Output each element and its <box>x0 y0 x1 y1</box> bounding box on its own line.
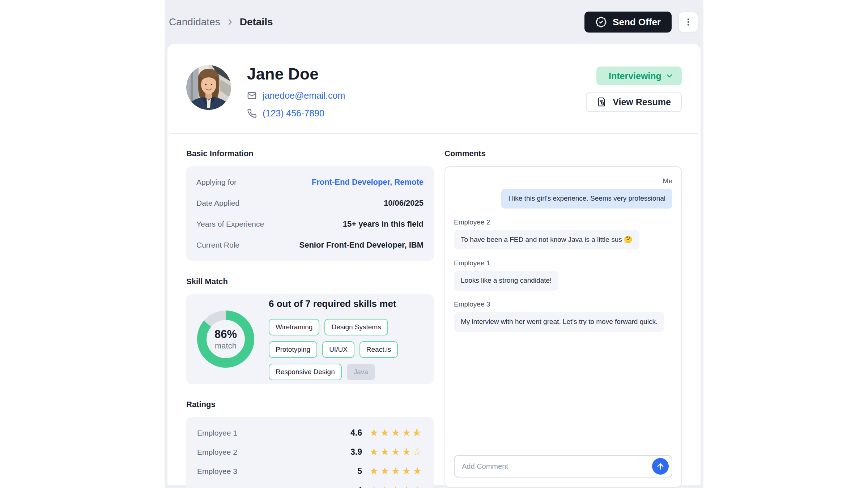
star-empty-icon: ☆ <box>412 485 423 488</box>
send-offer-button[interactable]: Send Offer <box>584 12 672 33</box>
info-row: Applying forFront-End Developer, Remote <box>196 172 424 193</box>
star-full-icon: ★ <box>412 466 423 476</box>
arrow-up-icon <box>656 462 665 471</box>
rating-row: Me4★★★★☆ <box>197 481 423 488</box>
rating-value: 3.9 <box>350 447 362 457</box>
profile-actions: Interviewing View Resume <box>586 65 682 112</box>
info-value: 10/06/2025 <box>384 198 424 208</box>
donut-center-label: 86% match <box>197 311 254 368</box>
skill-chip: Design Systems <box>324 319 388 335</box>
breadcrumb-details: Details <box>240 16 273 28</box>
add-comment-bar <box>454 455 672 478</box>
add-comment-input[interactable] <box>455 462 652 471</box>
email-link[interactable]: janedoe@email.com <box>263 90 345 101</box>
status-label: Interviewing <box>609 71 661 81</box>
basic-information-section: Basic Information Applying forFront-End … <box>186 149 434 261</box>
star-full-icon: ★ <box>390 447 401 457</box>
star-full-icon: ★ <box>369 447 379 457</box>
phone-row: (123) 456-7890 <box>247 108 345 119</box>
rating-row: Employee 14.6★★★★☆★ <box>197 423 423 442</box>
candidate-detail-card: Jane Doe janedoe@email.com (123) 456-789… <box>167 44 701 485</box>
star-rating: ★★★★☆ <box>369 485 423 488</box>
comment-bubble: Looks like a strong candidate! <box>454 271 558 291</box>
star-full-icon: ★ <box>379 466 390 476</box>
star-full-icon: ★ <box>390 485 401 488</box>
status-dropdown[interactable]: Interviewing <box>596 67 682 85</box>
skill-chip: Prototyping <box>269 341 317 358</box>
basic-information-title: Basic Information <box>186 149 434 158</box>
comment-author: Employee 2 <box>454 218 672 226</box>
star-half-fill: ★ <box>412 428 418 438</box>
chevron-right-icon <box>226 18 234 26</box>
ratings-section: Ratings Employee 14.6★★★★☆★Employee 23.9… <box>186 400 434 488</box>
comment-author: Me <box>454 177 672 185</box>
match-caption: match <box>215 341 237 351</box>
comment-message: MeI like this girl’s experience. Seems v… <box>454 177 672 209</box>
badge-check-icon <box>595 16 607 28</box>
star-full-icon: ★ <box>390 428 401 438</box>
info-row: Current RoleSenior Front-End Developer, … <box>196 235 424 256</box>
left-column: Basic Information Applying forFront-End … <box>186 149 434 488</box>
topbar-actions: Send Offer <box>584 12 698 33</box>
comment-message: Employee 3My interview with her went gre… <box>454 300 672 332</box>
star-full-icon: ★ <box>369 428 379 438</box>
match-percent: 86% <box>214 328 237 341</box>
comment-bubble-row: Looks like a strong candidate! <box>454 271 672 291</box>
star-full-icon: ★ <box>379 447 390 457</box>
email-row: janedoe@email.com <box>247 90 345 101</box>
ratings-title: Ratings <box>186 400 434 409</box>
header-divider <box>170 133 698 134</box>
comment-bubble: My interview with her went great. Let's … <box>454 312 664 332</box>
info-label: Date Applied <box>196 199 239 207</box>
skill-chip: UI/UX <box>322 341 354 358</box>
skill-chips: WireframingDesign SystemsPrototypingUI/U… <box>269 319 423 380</box>
rating-name: Me <box>197 486 208 488</box>
view-resume-button[interactable]: View Resume <box>586 92 682 112</box>
comment-message: Employee 1Looks like a strong candidate! <box>454 259 672 291</box>
comment-bubble-row: I like this girl’s experience. Seems ver… <box>454 189 672 209</box>
rating-value: 5 <box>357 466 362 476</box>
rating-row: Employee 23.9★★★★☆ <box>197 442 423 462</box>
info-value: 15+ years in this field <box>343 219 424 229</box>
chevron-down-icon <box>665 72 674 80</box>
profile-header: Jane Doe janedoe@email.com (123) 456-789… <box>186 65 682 119</box>
skill-chip: React.is <box>359 341 398 358</box>
send-offer-label: Send Offer <box>613 17 661 28</box>
basic-information-panel: Applying forFront-End Developer, RemoteD… <box>186 166 434 261</box>
star-full-icon: ★ <box>401 466 412 476</box>
star-empty-icon: ☆ <box>412 447 423 457</box>
candidate-name: Jane Doe <box>247 65 345 83</box>
submit-comment-button[interactable] <box>652 458 669 475</box>
file-search-icon <box>597 97 607 107</box>
breadcrumb: Candidates Details <box>169 16 273 28</box>
skill-chip: Java <box>347 364 375 380</box>
phone-link[interactable]: (123) 456-7890 <box>263 108 324 119</box>
ratings-panel: Employee 14.6★★★★☆★Employee 23.9★★★★☆Emp… <box>186 417 434 488</box>
comment-bubble: I like this girl’s experience. Seems ver… <box>501 189 672 209</box>
phone-icon <box>247 108 257 118</box>
breadcrumb-candidates[interactable]: Candidates <box>169 16 220 28</box>
comment-bubble: To have been a FED and not know Java is … <box>454 230 639 250</box>
comments-title: Comments <box>444 149 682 158</box>
skill-match-section: Skill Match 86% match <box>186 277 434 384</box>
info-label: Years of Experience <box>196 220 264 228</box>
comment-bubble-row: To have been a FED and not know Java is … <box>454 230 672 250</box>
info-value-link[interactable]: Front-End Developer, Remote <box>312 177 424 187</box>
star-rating: ★★★★☆★ <box>369 428 423 438</box>
kebab-menu-icon <box>684 17 693 27</box>
info-row: Date Applied10/06/2025 <box>196 193 424 214</box>
rating-value: 4 <box>357 485 362 488</box>
skill-match-panel: 86% match 6 out of 7 required skills met… <box>186 294 434 384</box>
comment-author: Employee 3 <box>454 300 672 308</box>
skill-match-title: Skill Match <box>186 277 434 286</box>
app-window: Candidates Details Send Offer <box>165 0 703 488</box>
star-full-icon: ★ <box>369 485 379 488</box>
comments-section: Comments MeI like this girl’s experience… <box>444 149 682 488</box>
skill-match-donut: 86% match <box>197 311 254 368</box>
info-label: Current Role <box>196 241 239 249</box>
more-options-button[interactable] <box>678 12 698 33</box>
info-value: Senior Front-End Developer, IBM <box>299 240 424 250</box>
profile-info: Jane Doe janedoe@email.com (123) 456-789… <box>247 65 345 119</box>
star-full-icon: ★ <box>401 485 412 488</box>
rating-name: Employee 3 <box>197 467 237 476</box>
